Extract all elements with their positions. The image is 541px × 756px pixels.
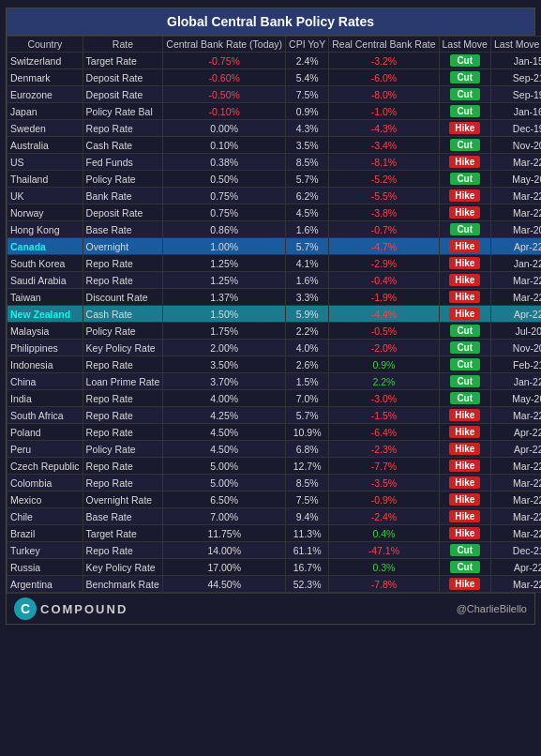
last-move-badge: Cut — [450, 223, 480, 235]
table-row-rate: Repo Rate — [83, 255, 163, 272]
table-row-country: Indonesia — [8, 356, 83, 373]
table-row-real: -1.0% — [329, 103, 439, 120]
table-row-date: Apr-22 — [490, 441, 541, 458]
table-row-country: Taiwan — [8, 289, 83, 306]
table-row-real: -4.4% — [329, 306, 439, 323]
table-row-real: 0.4% — [329, 525, 439, 542]
table-row-last-move: Hike — [439, 508, 490, 525]
table-row-real: -0.7% — [329, 221, 439, 238]
table-row-rate: Cash Rate — [83, 306, 163, 323]
table-row-cpi: 4.1% — [286, 255, 329, 272]
table-row-country: Malaysia — [8, 323, 83, 340]
table-row-real: -2.3% — [329, 441, 439, 458]
table-row-real: -2.0% — [329, 340, 439, 356]
table-row-central: 3.70% — [163, 373, 286, 390]
table-row-last-move: Cut — [439, 559, 490, 576]
table-row-date: Nov-20 — [490, 137, 541, 154]
table-row-real: -1.5% — [329, 407, 439, 424]
table-row-central: 17.00% — [163, 559, 286, 576]
table-row-real: -8.0% — [329, 86, 439, 103]
table-row-cpi: 2.4% — [286, 53, 329, 69]
table-row-country: Czech Republic — [8, 458, 83, 475]
table-row-cpi: 3.3% — [286, 289, 329, 306]
table-row-date: Mar-20 — [490, 221, 541, 238]
compound-logo: C COMPOUND — [14, 597, 128, 620]
table-row-country: Thailand — [8, 171, 83, 188]
table-row-last-move: Hike — [439, 272, 490, 289]
table-row-last-move: Hike — [439, 289, 490, 306]
table-row-last-move: Cut — [439, 103, 490, 120]
table-row-country: UK — [8, 188, 83, 204]
table-row-date: May-20 — [490, 171, 541, 188]
table-row-cpi: 5.7% — [286, 171, 329, 188]
table-row-real: -7.7% — [329, 458, 439, 475]
table-row-last-move: Hike — [439, 424, 490, 441]
table-row-last-move: Hike — [439, 188, 490, 204]
last-move-badge: Hike — [449, 527, 480, 539]
table-row-central: 0.00% — [163, 120, 286, 137]
table-row-last-move: Cut — [439, 221, 490, 238]
table-row-cpi: 3.5% — [286, 137, 329, 154]
table-row-date: Apr-22 — [490, 238, 541, 255]
footer: C COMPOUND @CharlieBilello — [7, 593, 534, 624]
last-move-badge: Hike — [449, 510, 480, 522]
table-row-last-move: Hike — [439, 238, 490, 255]
table-row-cpi: 10.9% — [286, 424, 329, 441]
last-move-badge: Hike — [449, 240, 480, 252]
table-row-real: -3.5% — [329, 475, 439, 491]
table-row-real: -5.5% — [329, 188, 439, 204]
table-row-cpi: 8.5% — [286, 475, 329, 491]
brand-name: COMPOUND — [40, 602, 128, 616]
table-row-country: Hong Kong — [8, 221, 83, 238]
table-row-country: South Africa — [8, 407, 83, 424]
table-row-rate: Policy Rate — [83, 171, 163, 188]
table-row-rate: Policy Rate Bal — [83, 103, 163, 120]
table-row-rate: Target Rate — [83, 525, 163, 542]
table-row-central: 4.25% — [163, 407, 286, 424]
table-row-rate: Target Rate — [83, 53, 163, 69]
table-row-central: 0.50% — [163, 171, 286, 188]
last-move-badge: Hike — [449, 476, 480, 489]
table-row-rate: Deposit Rate — [83, 69, 163, 86]
table-row-rate: Deposit Rate — [83, 204, 163, 221]
table-row-real: -3.8% — [329, 204, 439, 221]
table-row-central: 2.00% — [163, 340, 286, 356]
last-move-badge: Hike — [449, 257, 480, 269]
table-row-cpi: 7.5% — [286, 86, 329, 103]
table-row-last-move: Cut — [439, 171, 490, 188]
table-row-real: -5.2% — [329, 171, 439, 188]
last-move-badge: Cut — [450, 561, 480, 573]
table-row-date: Jan-22 — [490, 373, 541, 390]
table-row-rate: Repo Rate — [83, 407, 163, 424]
table-row-country: Sweden — [8, 120, 83, 137]
table-row-rate: Benchmark Rate — [83, 576, 163, 593]
table-row-central: 11.75% — [163, 525, 286, 542]
table-row-last-move: Cut — [439, 542, 490, 559]
table-row-rate: Repo Rate — [83, 356, 163, 373]
table-row-last-move: Hike — [439, 120, 490, 137]
table-row-rate: Repo Rate — [83, 390, 163, 407]
table-row-real: 0.3% — [329, 559, 439, 576]
table-row-rate: Repo Rate — [83, 542, 163, 559]
last-move-badge: Cut — [450, 173, 480, 185]
table-row-real: -8.1% — [329, 154, 439, 171]
table-row-central: 3.50% — [163, 356, 286, 373]
table-row-date: Mar-22 — [490, 491, 541, 508]
last-move-badge: Cut — [450, 325, 480, 337]
table-row-date: Mar-22 — [490, 154, 541, 171]
table-row-date: Apr-22 — [490, 306, 541, 323]
last-move-badge: Cut — [450, 544, 480, 556]
table-row-country: Denmark — [8, 69, 83, 86]
table-row-last-move: Cut — [439, 69, 490, 86]
table-row-country: Argentina — [8, 576, 83, 593]
table-row-central: 0.75% — [163, 188, 286, 204]
table-row-cpi: 1.6% — [286, 272, 329, 289]
rates-table: Country Rate Central Bank Rate (Today) C… — [7, 36, 541, 593]
table-row-cpi: 11.3% — [286, 525, 329, 542]
table-row-real: -3.4% — [329, 137, 439, 154]
last-move-badge: Cut — [450, 375, 480, 387]
table-row-rate: Policy Rate — [83, 441, 163, 458]
table-row-last-move: Cut — [439, 356, 490, 373]
table-row-cpi: 6.2% — [286, 188, 329, 204]
table-row-country: India — [8, 390, 83, 407]
